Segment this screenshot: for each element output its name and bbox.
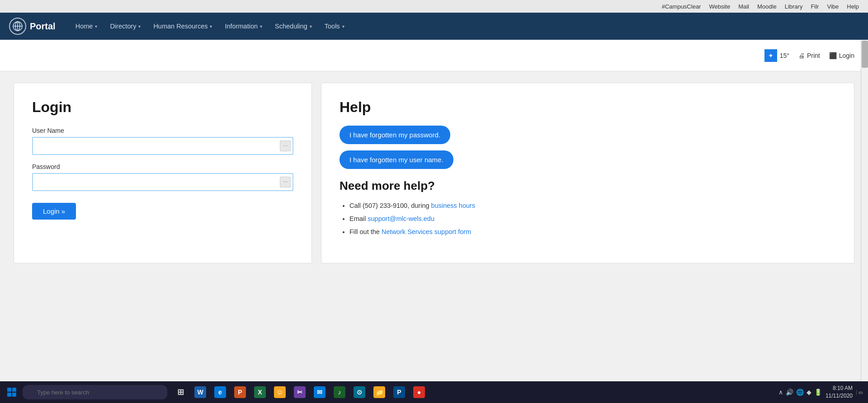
nav-info-label: Information [225, 23, 258, 30]
business-hours-link[interactable]: business hours [431, 202, 476, 209]
password-input-wrapper: ⋯ [32, 173, 293, 191]
top-link-vibe[interactable]: Vibe [827, 3, 839, 10]
top-link-moodle[interactable]: Moodle [757, 3, 777, 10]
taskbar-app-edge[interactable]: e [211, 382, 230, 402]
username-input[interactable] [32, 137, 293, 155]
music-icon: ♪ [334, 386, 345, 398]
chevron-down-icon: ▾ [210, 24, 212, 29]
print-link[interactable]: 🖨 Print [798, 52, 820, 59]
top-link-library[interactable]: Library [785, 3, 803, 10]
password-input[interactable] [32, 173, 293, 191]
dropbox-icon[interactable]: ◆ [807, 389, 811, 396]
chevron-down-icon: ▾ [95, 24, 97, 29]
nav-item-tools[interactable]: Tools ▾ [318, 13, 351, 40]
top-link-mail[interactable]: Mail [738, 3, 749, 10]
show-desktop-icon[interactable]: ▭ [856, 390, 863, 395]
nav-item-information[interactable]: Information ▾ [218, 13, 269, 40]
taskbar-app-snip[interactable]: ✂ [290, 382, 309, 402]
top-utility-bar: #CampusClear Website Mail Moodle Library… [0, 0, 868, 13]
top-link-help[interactable]: Help [847, 3, 859, 10]
email-link[interactable]: support@mlc-wels.edu [368, 215, 434, 222]
taskbar-search-input[interactable] [23, 385, 167, 399]
forgot-username-button[interactable]: I have forgotten my user name. [340, 150, 453, 169]
help-email-text: Email [349, 215, 368, 222]
word-icon: W [194, 386, 206, 398]
scrollbar[interactable] [861, 40, 868, 381]
mail-icon: ✉ [314, 386, 326, 398]
nav-item-directory[interactable]: Directory ▾ [104, 13, 147, 40]
top-link-campusclear[interactable]: #CampusClear [662, 3, 701, 10]
powerpoint-icon: P [234, 386, 246, 398]
taskbar-app-excel[interactable]: X [250, 382, 269, 402]
taskbar-app-teams[interactable]: ⊙ [350, 382, 369, 402]
username-reveal-button[interactable]: ⋯ [280, 141, 291, 151]
nav-directory-label: Directory [110, 23, 136, 30]
nav-hr-label: Human Resources [153, 23, 208, 30]
print-label: Print [807, 52, 820, 59]
nav-item-scheduling[interactable]: Scheduling ▾ [269, 13, 318, 40]
taskbar: 🔍 ⊞ W e P X ☺ ✂ ✉ ♪ ⊙ [0, 381, 868, 403]
chevron-down-icon: ▾ [342, 24, 344, 29]
logo-icon [9, 18, 26, 35]
chevron-down-icon: ▾ [310, 24, 312, 29]
support-form-link[interactable]: Network Services support form [382, 228, 471, 235]
help-form-text: Fill out the [349, 228, 382, 235]
chevron-up-icon[interactable]: ∧ [778, 389, 783, 396]
chevron-down-icon: ▾ [260, 24, 262, 29]
nav-tools-label: Tools [325, 23, 340, 30]
forgot-password-button[interactable]: I have forgotten my password. [340, 126, 450, 144]
taskbar-app-misc1[interactable]: ☺ [270, 382, 289, 402]
help-card: Help I have forgotten my password. I hav… [321, 83, 854, 263]
taskbar-clock[interactable]: 8:10 AM 11/11/2020 [826, 384, 853, 400]
battery-icon[interactable]: 🔋 [814, 389, 822, 396]
windows-icon [7, 388, 16, 397]
logo-label: Portal [30, 21, 56, 32]
chevron-down-icon: ▾ [138, 24, 141, 29]
login-title: Login [32, 99, 293, 116]
taskbar-app-explorer[interactable]: 📁 [370, 382, 389, 402]
printer-icon: 🖨 [798, 52, 805, 59]
login-card: Login User Name ⋯ Password ⋯ Login » [14, 83, 312, 263]
taskbar-system-icons: ∧ 🔊 🌐 ◆ 🔋 [778, 389, 822, 396]
password-reveal-button[interactable]: ⋯ [280, 177, 291, 187]
taskbar-app-mail[interactable]: ✉ [310, 382, 329, 402]
login-button[interactable]: Login » [32, 203, 76, 220]
scrollbar-thumb[interactable] [862, 41, 868, 68]
taskbar-app-task-view[interactable]: ⊞ [171, 382, 190, 402]
nav-logo[interactable]: Portal [9, 18, 56, 35]
misc1-icon: ☺ [274, 386, 286, 398]
network-icon[interactable]: 🌐 [796, 389, 804, 396]
taskbar-app-word[interactable]: W [191, 382, 210, 402]
sub-header: ✦ 15° 🖨 Print ⬛ Login [0, 40, 868, 71]
nav-item-home[interactable]: Home ▾ [69, 13, 104, 40]
help-list-item: Fill out the Network Services support fo… [349, 225, 836, 239]
nav-home-label: Home [75, 23, 93, 30]
main-content: Login User Name ⋯ Password ⋯ Login » Hel… [0, 71, 868, 275]
excel-icon: X [254, 386, 266, 398]
taskbar-app-powerpoint[interactable]: P [231, 382, 250, 402]
volume-icon[interactable]: 🔊 [786, 389, 793, 396]
top-link-filr[interactable]: Filr [811, 3, 819, 10]
password-label: Password [32, 163, 293, 170]
login-link[interactable]: ⬛ Login [829, 52, 854, 59]
help-title: Help [340, 99, 836, 116]
time-display: 8:10 AM [826, 384, 853, 392]
nav-scheduling-label: Scheduling [275, 23, 307, 30]
snip-icon: ✂ [294, 386, 306, 398]
explorer-icon: 📁 [373, 386, 385, 398]
task-view-icon: ⊞ [175, 386, 186, 398]
login-link-label: Login [839, 52, 854, 59]
username-input-wrapper: ⋯ [32, 137, 293, 155]
nav-item-human-resources[interactable]: Human Resources ▾ [147, 13, 218, 40]
taskbar-app-publisher[interactable]: P [390, 382, 409, 402]
taskbar-app-music[interactable]: ♪ [330, 382, 349, 402]
top-link-website[interactable]: Website [709, 3, 730, 10]
taskbar-app-chrome[interactable]: ● [410, 382, 429, 402]
help-list-item: Email support@mlc-wels.edu [349, 212, 836, 225]
need-more-help-title: Need more help? [340, 179, 836, 193]
edge-icon: e [214, 386, 226, 398]
start-button[interactable] [2, 382, 22, 402]
date-display: 11/11/2020 [826, 392, 853, 400]
temperature-display: 15° [780, 52, 789, 59]
weather-widget: ✦ 15° [764, 49, 789, 62]
